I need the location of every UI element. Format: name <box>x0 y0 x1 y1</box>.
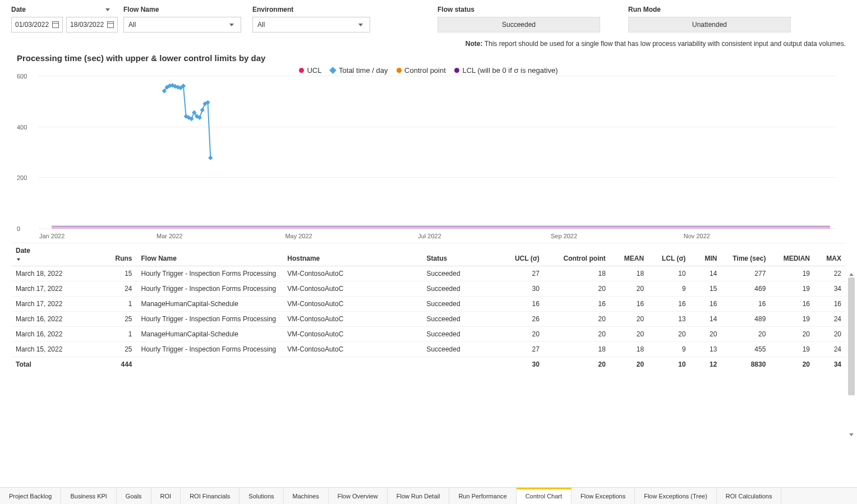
filter-environment: Environment All <box>252 6 370 33</box>
col-lcl[interactable]: LCL (σ) <box>648 243 690 266</box>
table-header-row: Date Runs Flow Name Hostname Status UCL … <box>11 243 846 266</box>
legend-total[interactable]: Total time / day <box>330 66 388 75</box>
environment-select[interactable]: All <box>252 17 370 33</box>
col-runs[interactable]: Runs <box>102 243 136 266</box>
circle-icon <box>454 68 459 73</box>
col-min[interactable]: MIN <box>690 243 722 266</box>
col-mean[interactable]: MEAN <box>610 243 648 266</box>
circle-icon <box>397 68 402 73</box>
y-tick: 200 <box>17 174 27 181</box>
tab-machines[interactable]: Machines <box>284 488 329 504</box>
svg-rect-14 <box>200 108 205 112</box>
tab-flow-exceptions[interactable]: Flow Exceptions <box>572 488 635 504</box>
chevron-down-icon <box>229 24 234 26</box>
tab-business-kpi[interactable]: Business KPI <box>61 488 116 504</box>
date-start-input[interactable]: 01/03/2022 <box>11 17 63 33</box>
y-tick: 400 <box>17 124 27 131</box>
calendar-icon <box>52 21 59 28</box>
table-row[interactable]: March 18, 202215Hourly Trigger - Inspect… <box>11 266 846 281</box>
scroll-up-button[interactable] <box>848 271 855 277</box>
tab-control-chart[interactable]: Control Chart <box>517 488 572 504</box>
tab-flow-run-detail[interactable]: Flow Run Detail <box>388 488 450 504</box>
circle-icon <box>299 68 304 73</box>
scrollbar-thumb[interactable] <box>848 278 855 395</box>
tab-goals[interactable]: Goals <box>117 488 151 504</box>
filter-run-mode: Run Mode Unattended <box>628 6 791 33</box>
sort-desc-icon <box>17 258 20 261</box>
calendar-icon <box>107 21 114 28</box>
col-ucl[interactable]: UCL (σ) <box>499 243 544 266</box>
legend-ucl[interactable]: UCL <box>299 66 321 75</box>
filter-env-label: Environment <box>252 6 293 13</box>
tab-flow-exceptions-tree-[interactable]: Flow Exceptions (Tree) <box>635 488 717 504</box>
x-tick: Jan 2022 <box>39 233 64 239</box>
legend-lcl[interactable]: LCL (will be 0 if σ is negative) <box>454 66 557 75</box>
x-tick: Nov 2022 <box>684 233 710 239</box>
x-tick: Jul 2022 <box>418 233 441 239</box>
y-tick: 600 <box>17 73 27 80</box>
filter-runmode-label: Run Mode <box>628 6 661 13</box>
col-host[interactable]: Hostname <box>283 243 422 266</box>
col-max[interactable]: MAX <box>814 243 846 266</box>
control-chart[interactable]: 600 400 200 0 Jan 2022 Mar 2022 May 2022… <box>11 76 841 238</box>
flow-name-select[interactable]: All <box>123 17 241 33</box>
x-tick: May 2022 <box>285 233 312 239</box>
x-tick: Mar 2022 <box>156 233 182 239</box>
flow-status-button[interactable]: Succeeded <box>437 17 600 33</box>
legend-cp[interactable]: Control point <box>397 66 446 75</box>
col-cp[interactable]: Control point <box>544 243 610 266</box>
chart-title: Processing time (sec) with upper & lower… <box>0 50 857 64</box>
tab-flow-overview[interactable]: Flow Overview <box>329 488 388 504</box>
table-row[interactable]: March 15, 202225Hourly Trigger - Inspect… <box>11 342 846 357</box>
col-flow[interactable]: Flow Name <box>137 243 283 266</box>
data-table: Date Runs Flow Name Hostname Status UCL … <box>11 243 846 372</box>
table-total-row: Total 444 30 20 20 10 12 8830 20 34 <box>11 357 846 372</box>
run-mode-button[interactable]: Unattended <box>628 17 791 33</box>
y-tick: 0 <box>17 225 20 232</box>
tab-project-backlog[interactable]: Project Backlog <box>0 488 61 504</box>
tab-solutions[interactable]: Solutions <box>239 488 283 504</box>
col-status[interactable]: Status <box>422 243 499 266</box>
chevron-down-icon[interactable] <box>105 8 110 11</box>
chart-legend: UCL Total time / day Control point LCL (… <box>0 64 857 76</box>
filter-flow-status: Flow status Succeeded <box>437 6 600 33</box>
col-time[interactable]: Time (sec) <box>721 243 770 266</box>
x-tick: Sep 2022 <box>551 233 577 239</box>
table-row[interactable]: March 17, 20221ManageHumanCapital-Schedu… <box>11 297 846 312</box>
svg-rect-17 <box>208 155 213 160</box>
scroll-down-button[interactable] <box>848 432 855 437</box>
col-date[interactable]: Date <box>11 243 102 266</box>
filter-date-label: Date <box>11 6 26 13</box>
table-row[interactable]: March 17, 202224Hourly Trigger - Inspect… <box>11 281 846 297</box>
col-median[interactable]: MEDIAN <box>770 243 814 266</box>
tab-roi[interactable]: ROI <box>151 488 181 504</box>
table-row[interactable]: March 16, 202225Hourly Trigger - Inspect… <box>11 312 846 327</box>
tab-run-performance[interactable]: Run Performance <box>449 488 516 504</box>
filter-flow-label: Flow Name <box>123 6 159 13</box>
table-row[interactable]: March 16, 20221ManageHumanCapital-Schedu… <box>11 327 846 342</box>
chevron-down-icon <box>358 24 363 26</box>
filter-flow-name: Flow Name All <box>123 6 241 33</box>
filter-bar: Date 01/03/2022 18/03/2022 Flow Name All… <box>0 0 857 35</box>
filter-date: Date 01/03/2022 18/03/2022 <box>11 6 112 33</box>
date-end-input[interactable]: 18/03/2022 <box>66 17 118 33</box>
diamond-icon <box>329 67 337 74</box>
filter-status-label: Flow status <box>437 6 474 13</box>
report-tabs: Project BacklogBusiness KPIGoalsROIROI F… <box>0 487 857 504</box>
tab-roi-financials[interactable]: ROI Financials <box>181 488 239 504</box>
tab-roi-calculations[interactable]: ROI Calculations <box>717 488 782 504</box>
note-text: Note: This report should be used for a s… <box>0 35 857 50</box>
triangle-down-icon <box>849 433 854 436</box>
triangle-up-icon <box>849 273 854 276</box>
